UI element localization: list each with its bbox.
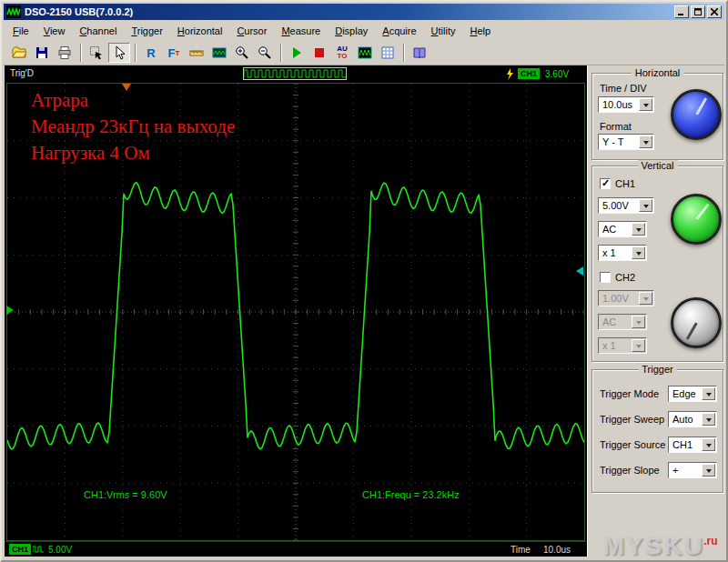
- ch2-enable[interactable]: CH2: [600, 272, 635, 283]
- buffer-preview[interactable]: [243, 67, 347, 80]
- ch1-volts-select[interactable]: 5.00V: [598, 197, 654, 214]
- square-wave-icon: [33, 545, 45, 554]
- menu-view[interactable]: View: [36, 22, 73, 41]
- toolbar: R FT: [4, 41, 724, 65]
- trigger-source-row: Trigger Source CH1: [592, 432, 723, 457]
- annotation-line-1: Атрара: [31, 87, 235, 114]
- menu-horizontal[interactable]: Horizontal: [170, 22, 230, 41]
- toolbar-run-button[interactable]: [286, 43, 308, 63]
- trigger-mode-value: Edge: [672, 388, 696, 399]
- selection-box-icon: [89, 45, 104, 60]
- trigger-group: Trigger Trigger Mode Edge Trigger Sweep …: [592, 369, 723, 493]
- trigger-mode-select[interactable]: Edge: [668, 386, 717, 402]
- minimize-button[interactable]: [674, 5, 689, 18]
- waveform-screen-icon: [358, 45, 372, 60]
- ch2-position-knob[interactable]: [671, 297, 722, 348]
- chevron-down-icon[interactable]: [639, 199, 652, 212]
- ch2-volts-value: 1.00V: [602, 293, 629, 304]
- trigger-mode-label: Trigger Mode: [600, 388, 659, 399]
- trigger-level-marker[interactable]: [576, 266, 583, 276]
- toolbar-measure-button[interactable]: [186, 43, 207, 63]
- trigger-source-select[interactable]: CH1: [668, 437, 717, 453]
- trigger-source-label: Trigger Source: [600, 439, 665, 450]
- watermark-suffix: .ru: [703, 535, 717, 547]
- menu-trigger[interactable]: Trigger: [124, 22, 169, 41]
- toolbar-waveform-display-button[interactable]: [354, 43, 376, 63]
- ch1-zero-marker[interactable]: [6, 306, 14, 315]
- chevron-down-icon[interactable]: [632, 246, 645, 259]
- toolbar-pointer-button[interactable]: [108, 43, 130, 63]
- maximize-button[interactable]: [691, 5, 705, 18]
- chevron-down-icon[interactable]: [702, 387, 715, 400]
- toolbar-zoom-window-button[interactable]: [208, 43, 230, 63]
- ch1-enable[interactable]: CH1: [600, 178, 635, 189]
- scope-display: Trig'D CH1 3.60V Атрара Меандр 23кГц на …: [5, 65, 587, 557]
- toolbar-print-button[interactable]: [54, 43, 76, 63]
- horizontal-group-title: Horizontal: [632, 67, 684, 78]
- menu-display[interactable]: Display: [328, 22, 375, 41]
- close-button[interactable]: [707, 5, 722, 18]
- measurement-vrms: CH1:Vrms = 9.60V: [84, 489, 167, 500]
- trigger-level-value: 3.60V: [545, 69, 569, 79]
- menu-cursor[interactable]: Cursor: [229, 22, 274, 41]
- grid-icon: [380, 45, 395, 60]
- toolbar-zoom-in-button[interactable]: [231, 43, 253, 63]
- toolbar-select-button[interactable]: [86, 43, 107, 63]
- menu-file[interactable]: File: [5, 22, 36, 41]
- ch2-checkbox[interactable]: [600, 272, 611, 283]
- chevron-down-icon[interactable]: [639, 135, 652, 148]
- knob-pointer: [685, 322, 697, 340]
- graticule-area: Атрара Меандр 23кГц на выходе Нагрузка 4…: [6, 83, 585, 541]
- ch2-probe-select: x 1: [598, 337, 647, 354]
- app-icon: [6, 5, 21, 18]
- maximize-icon: [694, 8, 702, 15]
- time-div-value: 10.0us: [602, 99, 632, 110]
- toolbar-separator: [403, 44, 405, 62]
- toolbar-fft-button[interactable]: FT: [163, 43, 185, 63]
- trigger-status: Trig'D: [10, 68, 34, 78]
- printer-icon: [57, 45, 72, 60]
- watermark-text: MYSKU: [602, 531, 703, 559]
- knob-pointer: [695, 97, 707, 115]
- ch1-checkbox[interactable]: [600, 178, 611, 189]
- chevron-down-icon[interactable]: [702, 464, 715, 477]
- menu-help[interactable]: Help: [463, 22, 499, 41]
- pointer-icon: [112, 45, 126, 60]
- ch2-label: CH2: [615, 272, 635, 283]
- toolbar-zoom-out-button[interactable]: [254, 43, 276, 63]
- trigger-sweep-label: Trigger Sweep: [600, 414, 664, 425]
- chevron-down-icon: [639, 292, 652, 305]
- knob-pointer: [695, 204, 709, 220]
- toolbar-r-button[interactable]: R: [140, 43, 162, 63]
- menu-utility[interactable]: Utility: [424, 22, 463, 41]
- trigger-position-marker[interactable]: [122, 84, 131, 91]
- toolbar-grid-button[interactable]: [377, 43, 399, 63]
- menu-acquire[interactable]: Acquire: [375, 22, 423, 41]
- annotation-line-3: Нагрузка 4 Ом: [31, 140, 235, 166]
- chevron-down-icon[interactable]: [702, 413, 715, 426]
- zoom-out-icon: [258, 45, 272, 60]
- menu-measure[interactable]: Measure: [274, 22, 328, 41]
- toolbar-save-button[interactable]: [31, 43, 53, 63]
- time-div-select[interactable]: 10.0us: [598, 96, 654, 113]
- horizontal-knob[interactable]: [671, 89, 722, 140]
- ch1-probe-select[interactable]: x 1: [598, 245, 647, 261]
- format-select[interactable]: Y - T: [598, 134, 654, 150]
- chevron-down-icon[interactable]: [632, 223, 645, 236]
- ch1-probe-value: x 1: [602, 247, 616, 258]
- ch1-coupling-select[interactable]: AC: [598, 221, 647, 237]
- toolbar-stop-button[interactable]: [308, 43, 330, 63]
- measurement-frequency: CH1:Frequ = 23.2kHz: [362, 489, 460, 500]
- site-watermark: MYSKU.ru: [602, 531, 717, 560]
- menu-channel[interactable]: Channel: [72, 22, 124, 41]
- toolbar-open-button[interactable]: [8, 43, 30, 63]
- toolbar-auto-setup-button[interactable]: AU TO: [331, 43, 353, 63]
- toolbar-separator: [80, 44, 82, 62]
- trigger-slope-select[interactable]: +: [668, 462, 717, 478]
- zoom-in-icon: [235, 45, 249, 60]
- chevron-down-icon[interactable]: [639, 98, 652, 111]
- toolbar-help-button[interactable]: [409, 43, 430, 63]
- chevron-down-icon[interactable]: [702, 438, 715, 451]
- ch1-position-knob[interactable]: [671, 194, 722, 245]
- trigger-sweep-select[interactable]: Auto: [668, 411, 717, 427]
